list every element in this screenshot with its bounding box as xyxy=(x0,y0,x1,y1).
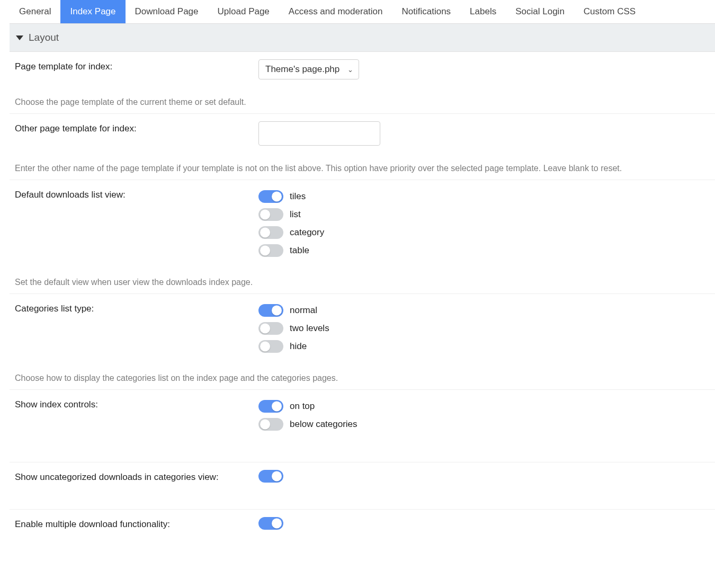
setting-control: on top below categories xyxy=(258,397,710,441)
setting-help: Choose the page template of the current … xyxy=(15,87,710,113)
toggle-knob xyxy=(260,342,270,352)
toggle-label: tiles xyxy=(290,191,306,202)
toggle-normal[interactable] xyxy=(258,304,283,317)
tab-bar: General Index Page Download Page Upload … xyxy=(10,0,715,24)
toggle-two-levels[interactable] xyxy=(258,322,283,335)
toggle-label: list xyxy=(290,209,301,220)
setting-label: Show uncategorized downloads in categori… xyxy=(15,470,258,490)
chevron-down-icon: ⌄ xyxy=(347,66,353,74)
setting-label: Show index controls: xyxy=(15,397,258,441)
section-title: Layout xyxy=(29,32,59,43)
toggle-tiles[interactable] xyxy=(258,190,283,203)
toggle-row-below-categories: below categories xyxy=(258,415,710,433)
toggle-row-two-levels: two levels xyxy=(258,319,710,337)
tab-social-login[interactable]: Social Login xyxy=(506,0,574,23)
toggle-hide[interactable] xyxy=(258,340,283,353)
setting-label: Default downloads list view: xyxy=(15,188,258,267)
setting-label: Page template for index: xyxy=(15,59,258,87)
select-value: Theme's page.php xyxy=(265,64,339,75)
setting-control xyxy=(258,121,710,153)
setting-page-template: Page template for index: Theme's page.ph… xyxy=(10,52,715,114)
toggle-label: category xyxy=(290,227,324,238)
tab-notifications[interactable]: Notifications xyxy=(392,0,461,23)
setting-control xyxy=(258,470,710,490)
toggle-row-table: table xyxy=(258,242,710,260)
toggle-knob xyxy=(260,246,270,256)
caret-down-icon xyxy=(16,35,23,40)
toggle-label: table xyxy=(290,245,309,256)
setting-label: Other page template for index: xyxy=(15,121,258,153)
toggle-list[interactable] xyxy=(258,208,283,221)
tab-access-moderation[interactable]: Access and moderation xyxy=(279,0,392,23)
setting-enable-multi: Enable multiple download functionality: xyxy=(10,510,715,537)
setting-default-view: Default downloads list view: tiles list … xyxy=(10,180,715,294)
setting-help: Set the default view when user view the … xyxy=(15,267,710,293)
toggle-knob xyxy=(272,402,282,412)
toggle-row-tiles: tiles xyxy=(258,188,710,206)
setting-control: normal two levels hide xyxy=(258,301,710,363)
toggle-row-hide: hide xyxy=(258,337,710,355)
setting-help: Enter the other name of the page templat… xyxy=(15,153,710,180)
page-root: General Index Page Download Page Upload … xyxy=(0,0,715,537)
toggle-label: normal xyxy=(290,305,317,316)
setting-index-controls: Show index controls: on top below catego… xyxy=(10,390,715,462)
toggle-label: two levels xyxy=(290,323,329,334)
tab-upload-page[interactable]: Upload Page xyxy=(208,0,279,23)
tab-download-page[interactable]: Download Page xyxy=(126,0,208,23)
toggle-show-uncategorized[interactable] xyxy=(258,470,283,483)
tab-general[interactable]: General xyxy=(10,0,60,23)
toggle-label: hide xyxy=(290,341,307,352)
toggle-knob xyxy=(272,519,282,529)
toggle-category[interactable] xyxy=(258,226,283,239)
toggle-knob xyxy=(272,471,282,482)
toggle-knob xyxy=(260,210,270,220)
tab-custom-css[interactable]: Custom CSS xyxy=(574,0,645,23)
toggle-knob xyxy=(272,192,282,202)
toggle-knob xyxy=(260,228,270,238)
toggle-label: on top xyxy=(290,401,315,412)
toggle-row-normal: normal xyxy=(258,301,710,319)
toggle-row-category: category xyxy=(258,224,710,242)
toggle-row-on-top: on top xyxy=(258,397,710,415)
setting-show-uncategorized: Show uncategorized downloads in categori… xyxy=(10,462,715,510)
setting-label: Enable multiple download functionality: xyxy=(15,517,258,537)
toggle-label: below categories xyxy=(290,419,358,430)
other-template-input[interactable] xyxy=(258,121,380,146)
page-template-select[interactable]: Theme's page.php ⌄ xyxy=(258,59,359,79)
toggle-knob xyxy=(260,420,270,430)
tab-labels[interactable]: Labels xyxy=(460,0,506,23)
setting-control: Theme's page.php ⌄ xyxy=(258,59,710,87)
setting-help: Choose how to display the categories lis… xyxy=(15,363,710,389)
setting-control: tiles list category table xyxy=(258,188,710,267)
setting-other-template: Other page template for index: Enter the… xyxy=(10,114,715,180)
setting-control xyxy=(258,517,710,537)
toggle-enable-multi[interactable] xyxy=(258,517,283,530)
toggle-on-top[interactable] xyxy=(258,400,283,413)
setting-categories-type: Categories list type: normal two levels … xyxy=(10,294,715,390)
toggle-below-categories[interactable] xyxy=(258,418,283,431)
setting-label: Categories list type: xyxy=(15,301,258,363)
tab-index-page[interactable]: Index Page xyxy=(60,0,125,23)
toggle-knob xyxy=(260,324,270,334)
toggle-table[interactable] xyxy=(258,244,283,257)
toggle-row-list: list xyxy=(258,206,710,224)
toggle-knob xyxy=(272,306,282,316)
section-layout-header[interactable]: Layout xyxy=(10,24,715,52)
